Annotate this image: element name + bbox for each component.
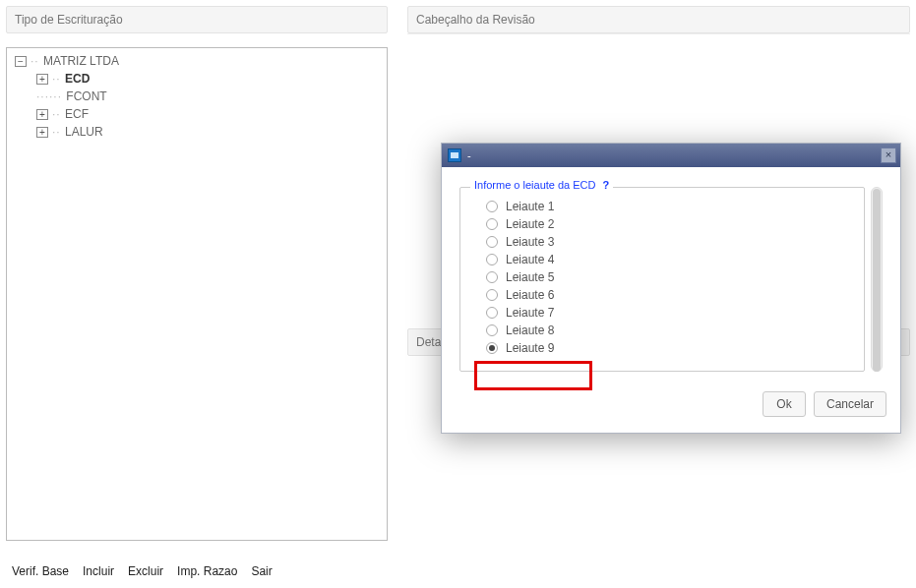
tree-node-label: ECF [65, 107, 89, 121]
plus-icon[interactable]: + [36, 109, 48, 120]
radio-icon [486, 289, 498, 301]
radio-label: Leiaute 9 [506, 341, 554, 355]
cancel-button[interactable]: Cancelar [814, 391, 886, 417]
modal-title: - [467, 149, 471, 161]
plus-icon[interactable]: + [36, 74, 48, 85]
radio-label: Leiaute 7 [506, 306, 554, 320]
modal-leiaute: - × Informe o leiaute da ECD ? Leiaute 1… [441, 143, 901, 434]
radio-leiaute-4[interactable]: Leiaute 4 [486, 253, 846, 266]
tree-node-ecf[interactable]: +·· ECF [36, 105, 379, 123]
radio-icon [486, 307, 498, 319]
fieldset-legend: Informe o leiaute da ECD ? [470, 179, 613, 191]
radio-label: Leiaute 4 [506, 253, 554, 266]
tree-node-ecd[interactable]: +·· ECD [36, 70, 379, 88]
radio-label: Leiaute 3 [506, 235, 554, 249]
plus-icon[interactable]: + [36, 127, 48, 138]
left-panel: Tipo de Escrituração −·· MATRIZ LTDA +··… [0, 0, 394, 588]
tree-node-label: LALUR [65, 125, 103, 139]
radio-leiaute-6[interactable]: Leiaute 6 [486, 288, 846, 302]
modal-header[interactable]: - × [442, 144, 900, 167]
panel-title-tipo: Tipo de Escrituração [6, 6, 388, 33]
radio-leiaute-7[interactable]: Leiaute 7 [486, 306, 846, 320]
radio-label: Leiaute 6 [506, 288, 554, 302]
tree-container: −·· MATRIZ LTDA +·· ECD ······ FCONT +··… [6, 47, 388, 541]
incluir-button[interactable]: Incluir [83, 564, 114, 578]
excluir-button[interactable]: Excluir [128, 564, 163, 578]
tree-root[interactable]: −·· MATRIZ LTDA +·· ECD ······ FCONT +··… [15, 52, 379, 141]
modal-body: Informe o leiaute da ECD ? Leiaute 1 Lei… [442, 167, 900, 382]
tree-node-fcont[interactable]: ······ FCONT [36, 88, 379, 105]
imp-razao-button[interactable]: Imp. Razao [177, 564, 237, 578]
fieldset-leiaute: Informe o leiaute da ECD ? Leiaute 1 Lei… [459, 187, 865, 372]
radio-icon [486, 271, 498, 283]
radio-icon [486, 218, 498, 230]
radio-icon [486, 201, 498, 212]
radio-label: Leiaute 1 [506, 200, 554, 213]
radio-list: Leiaute 1 Leiaute 2 Leiaute 3 Leiaute 4 … [478, 200, 846, 355]
radio-icon [486, 342, 498, 354]
radio-leiaute-1[interactable]: Leiaute 1 [486, 200, 846, 213]
radio-leiaute-2[interactable]: Leiaute 2 [486, 217, 846, 231]
sair-button[interactable]: Sair [251, 564, 272, 578]
radio-label: Leiaute 5 [506, 270, 554, 284]
tree-node-lalur[interactable]: +·· LALUR [36, 123, 379, 141]
tree-node-label: ECD [65, 72, 90, 86]
radio-leiaute-5[interactable]: Leiaute 5 [486, 270, 846, 284]
tree-node-label: FCONT [66, 89, 106, 103]
radio-icon [486, 254, 498, 265]
window-icon [448, 148, 461, 162]
radio-leiaute-9[interactable]: Leiaute 9 [486, 341, 846, 355]
radio-leiaute-8[interactable]: Leiaute 8 [486, 323, 846, 337]
minus-icon[interactable]: − [15, 56, 27, 67]
toolbar: Verif. Base Incluir Excluir Imp. Razao S… [6, 553, 388, 582]
verif-base-button[interactable]: Verif. Base [12, 564, 69, 578]
radio-leiaute-3[interactable]: Leiaute 3 [486, 235, 846, 249]
radio-label: Leiaute 2 [506, 217, 554, 231]
radio-icon [486, 236, 498, 248]
panel-title-cabecalho: Cabeçalho da Revisão [407, 6, 910, 33]
help-icon[interactable]: ? [603, 179, 610, 191]
radio-label: Leiaute 8 [506, 323, 554, 337]
modal-footer: Ok Cancelar [442, 382, 900, 433]
scrollbar[interactable] [871, 187, 883, 372]
close-icon[interactable]: × [881, 147, 896, 163]
radio-icon [486, 324, 498, 336]
ok-button[interactable]: Ok [763, 391, 806, 417]
tree-root-label: MATRIZ LTDA [43, 54, 119, 68]
